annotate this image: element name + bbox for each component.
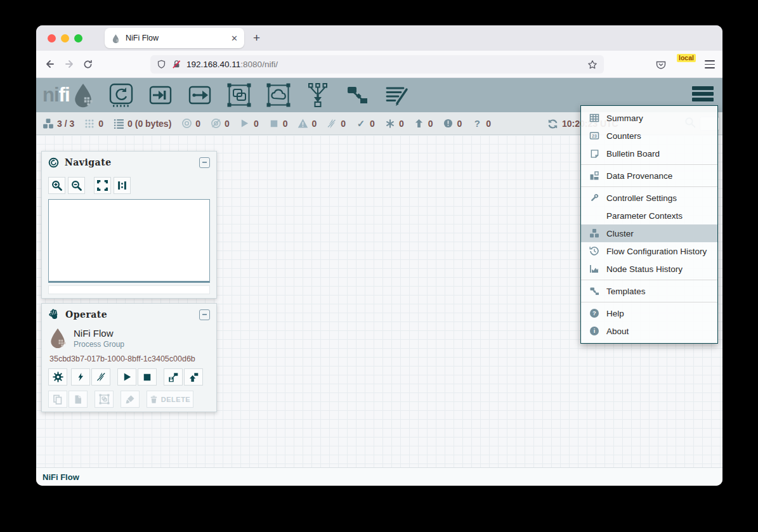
active-threads-status: 0 (84, 118, 103, 129)
breadcrumb[interactable]: NiFi Flow (36, 467, 722, 486)
help-icon: ? (589, 308, 600, 318)
menu-item-node-status-history[interactable]: Node Status History (581, 260, 717, 278)
disabled-icon (326, 118, 337, 129)
operate-panel: Operate NiFi Flow Process Group 35cbd3b7… (41, 303, 217, 412)
url-bar[interactable]: 192.168.40.11:8080/nifi/ (150, 55, 604, 74)
menu-item-about[interactable]: i About (581, 322, 717, 340)
input-port-component-icon[interactable] (148, 82, 173, 108)
browser-menu-icon[interactable] (705, 60, 715, 68)
navigate-compass-icon (48, 157, 59, 168)
copy-button[interactable] (48, 391, 67, 408)
browser-tab-bar: NiFi Flow ✕ + (36, 25, 722, 51)
create-template-button[interactable] (164, 368, 183, 386)
tab-favicon-drop-icon (111, 34, 121, 43)
menu-item-summary[interactable]: Summary (581, 109, 717, 127)
window-controls (48, 34, 82, 42)
remote-process-group-component-icon[interactable] (266, 82, 291, 108)
browser-window: NiFi Flow ✕ + 192.168.40.11:8080/nifi/ (36, 25, 722, 486)
refresh-icon[interactable] (547, 118, 558, 129)
minimize-window-button[interactable] (61, 34, 69, 42)
back-icon[interactable] (45, 59, 55, 69)
birdseye-brush[interactable] (48, 285, 210, 294)
nifi-global-menu-button[interactable] (692, 86, 714, 101)
invalid-icon (297, 118, 308, 129)
menu-divider (581, 164, 717, 165)
process-group-drop-icon (48, 327, 67, 349)
start-button[interactable] (117, 368, 136, 386)
paste-button[interactable] (69, 391, 88, 408)
nifi-logo: nifi (42, 82, 95, 108)
parameter-contexts-icon (589, 211, 600, 221)
group-button[interactable] (95, 391, 114, 408)
transmitting-icon (181, 118, 192, 129)
profile-avatar[interactable]: local (678, 57, 693, 72)
cluster-icon (42, 118, 54, 129)
threads-icon (84, 118, 95, 129)
running-status: 0 (239, 118, 259, 129)
menu-item-templates[interactable]: Templates (581, 282, 717, 300)
new-tab-button[interactable]: + (253, 32, 260, 44)
menu-divider (581, 302, 717, 302)
svg-text:?: ? (592, 309, 596, 316)
menu-item-controller-settings[interactable]: Controller Settings (581, 189, 717, 207)
stale-status: 0 (414, 118, 433, 129)
stopped-icon (268, 118, 280, 129)
zoom-fit-button[interactable] (94, 177, 111, 194)
process-group-component-icon[interactable] (226, 82, 252, 108)
configure-button[interactable] (48, 368, 67, 386)
disable-button[interactable] (91, 368, 110, 386)
pocket-icon[interactable] (655, 59, 667, 70)
node-status-history-icon (589, 264, 600, 274)
zoom-window-button[interactable] (74, 34, 82, 42)
zoom-out-button[interactable] (68, 177, 85, 194)
birdseye-minimap[interactable] (48, 199, 210, 283)
label-component-icon[interactable] (384, 82, 409, 108)
not-transmitting-icon (210, 118, 221, 129)
zoom-actual-size-button[interactable] (114, 177, 131, 194)
up-to-date-icon: ✓ (355, 118, 367, 129)
menu-item-counters[interactable]: 23 Counters (581, 127, 717, 145)
url-text: 192.168.40.11:8080/nifi/ (186, 60, 587, 69)
locally-modified-stale-icon (442, 118, 454, 129)
shield-icon[interactable] (157, 60, 166, 69)
forward-icon[interactable] (64, 59, 74, 69)
menu-item-flow-configuration-history[interactable]: Flow Configuration History (581, 242, 717, 260)
insecure-lock-icon[interactable] (172, 60, 181, 69)
color-button[interactable] (121, 391, 140, 408)
close-window-button[interactable] (48, 34, 56, 42)
processor-component-icon[interactable] (108, 82, 134, 108)
navigate-header[interactable]: Navigate (42, 152, 216, 173)
menu-item-bulletin-board[interactable]: Bulletin Board (581, 145, 717, 162)
cluster-icon (589, 228, 600, 238)
delete-button[interactable]: DELETE (147, 391, 193, 408)
browser-navbar: 192.168.40.11:8080/nifi/ local (36, 51, 722, 78)
about-icon: i (589, 326, 600, 336)
operate-header[interactable]: Operate (42, 304, 216, 325)
zoom-in-button[interactable] (48, 177, 65, 194)
collapse-operate-button[interactable] (199, 309, 210, 320)
reload-icon[interactable] (83, 60, 93, 69)
stop-button[interactable] (138, 368, 157, 386)
menu-item-parameter-contexts[interactable]: Parameter Contexts (581, 207, 717, 224)
tab-close-icon[interactable]: ✕ (231, 34, 238, 42)
breadcrumb-root-label: NiFi Flow (42, 472, 79, 482)
operate-hand-icon (48, 309, 60, 320)
disabled-status: 0 (326, 118, 346, 129)
browser-tab[interactable]: NiFi Flow ✕ (105, 28, 244, 48)
output-port-component-icon[interactable] (187, 82, 212, 108)
sync-failure-status: ? 0 (471, 118, 491, 129)
collapse-navigate-button[interactable] (199, 157, 210, 168)
template-component-icon[interactable] (344, 82, 370, 108)
menu-item-help[interactable]: ? Help (581, 304, 717, 322)
invalid-status: 0 (297, 118, 317, 129)
navigate-title: Navigate (65, 157, 199, 167)
enable-button[interactable] (71, 368, 90, 386)
operate-title: Operate (65, 309, 199, 320)
menu-item-cluster[interactable]: Cluster (581, 224, 717, 242)
menu-item-data-provenance[interactable]: Data Provenance (581, 167, 717, 185)
funnel-component-icon[interactable] (305, 82, 330, 108)
bookmark-star-icon[interactable] (587, 60, 598, 70)
flow-configuration-history-icon (589, 246, 600, 256)
selected-flow-type: Process Group (74, 340, 124, 349)
upload-template-button[interactable] (184, 368, 203, 386)
